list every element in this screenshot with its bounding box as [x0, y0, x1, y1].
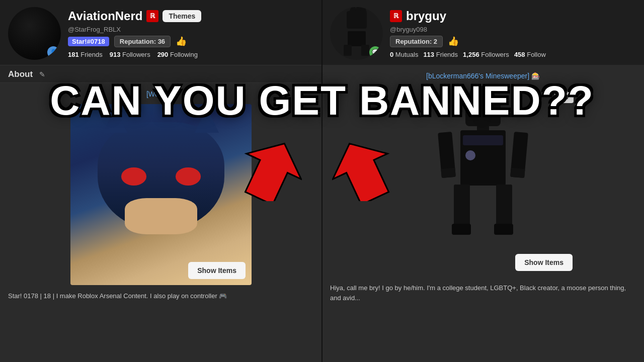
profile-name-right: bryguy: [406, 9, 446, 23]
stat-friends-right: 113 Friends: [423, 51, 458, 58]
rep-badge-left: Reputation: 36: [114, 36, 171, 47]
panel-left: 👤 AviationNerd ℝ Themes @StarFrog_RBLX S…: [0, 0, 322, 362]
name-row-left: AviationNerd ℝ Themes: [68, 9, 314, 23]
content-right: [bLockerman666's Minesweeper] 🎰: [322, 65, 644, 310]
roblox-icon-left: ℝ: [146, 10, 158, 22]
profile-name-left: AviationNerd: [68, 9, 142, 23]
edit-icon-left[interactable]: ✎: [39, 70, 45, 78]
roblox-icon-right: ℝ: [390, 10, 402, 22]
avatar-left: 👤: [8, 7, 61, 60]
stat-followers-left: 913 Followers: [110, 51, 150, 58]
about-section-left: About ✎: [0, 65, 322, 83]
show-items-button-right[interactable]: Show Items: [515, 254, 573, 271]
handle-left: @StarFrog_RBLX: [68, 26, 314, 33]
thumbs-up-right: 👍: [448, 36, 459, 47]
panel-right: 💬 ℝ bryguy @bryguy098 Reputation: 2 👍 0 …: [322, 0, 644, 362]
show-items-button-left[interactable]: Show Items: [188, 262, 246, 279]
stat-following-right: 458 Follow: [514, 51, 546, 58]
avatar-right: 💬: [330, 7, 383, 60]
profile-info-right: ℝ bryguy @bryguy098 Reputation: 2 👍 0 Mu…: [390, 9, 636, 58]
bio-left: Star! 0178 | 18 | I make Roblox Arsenal …: [8, 291, 227, 301]
discord-icon: Star!#0718: [68, 37, 109, 46]
profile-header-left: 👤 AviationNerd ℝ Themes @StarFrog_RBLX S…: [0, 0, 322, 65]
rep-row-right: Reputation: 2 👍: [390, 36, 636, 47]
friend-icon: 👤: [47, 46, 59, 58]
themes-button[interactable]: Themes: [163, 10, 201, 22]
profile-info-left: AviationNerd ℝ Themes @StarFrog_RBLX Sta…: [68, 9, 314, 58]
content-left: [Website] Show Items Star! 0178 | 18 | I…: [0, 83, 322, 308]
avatar-display-left: Show Items: [70, 104, 252, 285]
rep-badge-right: Reputation: 2: [390, 36, 443, 47]
stat-followers-right: 1,256 Followers: [463, 51, 509, 58]
website-link-right[interactable]: [bLockerman666's Minesweeper] 🎰: [426, 72, 540, 80]
thumbs-up-left: 👍: [176, 36, 187, 47]
view-3d-button[interactable]: 3D: [554, 91, 574, 103]
bio-right: Hiya, call me bry! I go by he/him. I'm a…: [330, 283, 636, 303]
stats-row-left: 181 Friends 913 Followers 290 Following: [68, 51, 314, 58]
msg-icon-right: 💬: [369, 46, 381, 58]
name-row-right: ℝ bryguy: [390, 9, 636, 23]
stat-following-left: 290 Following: [157, 51, 198, 58]
avatar-display-right: 3D Show Items: [387, 86, 579, 277]
panel-divider: [321, 0, 323, 362]
profile-header-right: 💬 ℝ bryguy @bryguy098 Reputation: 2 👍 0 …: [322, 0, 644, 65]
handle-right: @bryguy098: [390, 26, 636, 33]
website-link-left[interactable]: [Website]: [146, 90, 176, 98]
stat-friends-left: 181 Friends: [68, 51, 103, 58]
stats-row-right: 0 Mutuals 113 Friends 1,256 Followers 45…: [390, 51, 636, 58]
discord-row: Star!#0718 Reputation: 36 👍: [68, 36, 314, 47]
stat-mutuals: 0 Mutuals: [390, 51, 418, 58]
about-label-left: About: [8, 69, 33, 79]
